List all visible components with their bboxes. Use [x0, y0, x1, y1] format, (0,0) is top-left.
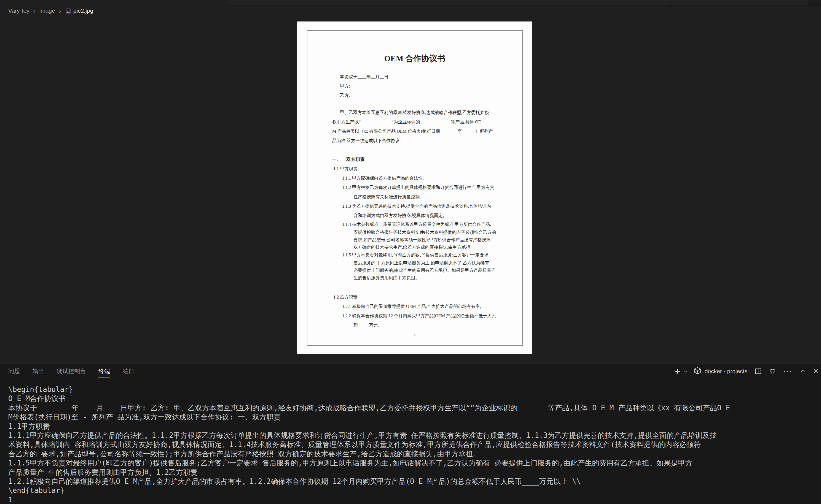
- launch-profile-dropdown-button[interactable]: [683, 369, 688, 374]
- document-line-text: 应提供检验合格报告等技术资料文件(技术资料提供的内容必须符合乙方的: [353, 230, 496, 235]
- maximize-panel-button[interactable]: [800, 368, 806, 374]
- editor-tab-strip[interactable]: [0, 0, 821, 6]
- document-line: 甲方:: [307, 82, 522, 91]
- document-line-text: 甲、乙双方本着互惠互利的原则,经友好协商,达成战略合作联盟,乙方委托并授: [340, 110, 489, 115]
- terminal-output[interactable]: \begin{tabular} O E M合作协议书 本协议于________年…: [0, 380, 821, 504]
- terminal-line: 本协议于________年____月____日甲方: 乙方: 甲、乙双方本着互惠…: [8, 403, 821, 413]
- terminal-line: 1.1甲方职责: [8, 422, 821, 431]
- document-line: OEM 合作协议书: [307, 52, 522, 64]
- panel-tab[interactable]: 终端: [98, 364, 110, 379]
- document-line: [307, 281, 522, 292]
- terminal-line: \begin{tabular}: [8, 385, 821, 394]
- document-page: OEM 合作协议书 本协议于____年__月__日 甲方: 乙方: 甲、乙双方本…: [307, 30, 523, 346]
- breadcrumb: Vary-toy › image › pic2.jpg: [0, 6, 821, 16]
- document-line-text: 权甲方生产以“______________”为企业标识的____________…: [332, 120, 481, 124]
- document-line-text: 1.1.3 为乙方提供完善的技术支持,提供全面的产品培训及技术资料,具体培训内: [342, 204, 491, 208]
- document-line-text: 任严格按照有关标准进行质量控制。: [353, 194, 424, 199]
- terminal-line: M价格表(执行日期)至_-_所列产 品为准,双方一致达成以下合作协议: 一、双方…: [8, 413, 821, 422]
- document-line-text: 1.1.1 甲方应确保向乙方提供产品的合法性。: [342, 176, 427, 180]
- panel-tab-label: 端口: [123, 367, 134, 375]
- split-panes-icon: [755, 368, 762, 375]
- document-line: 一、 双方职责: [307, 155, 522, 164]
- panel-tab-label: 输出: [33, 367, 44, 375]
- kill-terminal-button[interactable]: [769, 368, 776, 375]
- document-line: 要求,如产品型号,公司名称等须一致性);甲方所供合作产品没有严格按照: [307, 236, 522, 243]
- panel-tab-bar: 问题 输出 调试控制台 终端 端口: [8, 364, 147, 379]
- document-line-text: 必要提供上门服务的,由此产生的费用有乙方承担。如果是甲方产品质量产: [353, 268, 496, 273]
- document-line: 1.1.4 技术参数标准、质量管理体系以甲方质量文件为标准,甲方所供合作产品,: [307, 220, 522, 229]
- document-line-text: 1.1.4 技术参数标准、质量管理体系以甲方质量文件为标准,甲方所供合作产品,: [342, 222, 491, 227]
- document-line-text: 生的售后服务费用则由甲方负担。: [353, 275, 420, 280]
- svg-text:$_: $_: [695, 371, 698, 373]
- document-line: 必要提供上门服务的,由此产生的费用有乙方承担。如果是甲方产品质量产: [307, 267, 522, 274]
- inactive-tabs-zone[interactable]: [227, 0, 808, 6]
- document-line: [307, 145, 522, 155]
- tab-divider: [808, 0, 808, 6]
- document-line-text: 甲方:: [340, 84, 350, 88]
- breadcrumb-item-file[interactable]: pic2.jpg: [73, 7, 93, 14]
- document-line-text: 1.1.2 甲方根据乙方每次订单提出的具体规格要求和订货合同进行生产,甲方有责: [342, 185, 494, 190]
- breadcrumb-item-folder[interactable]: Vary-toy: [8, 7, 29, 14]
- document-line-text: 1.2.1 积极向自己的渠道推荐提供 OEM 产品,全力扩大产品的市场占有率。: [342, 304, 484, 309]
- terminal-line: 产品质量产 生的售后服务费用则由甲方负担。1.2乙方职责: [8, 468, 821, 477]
- document-line: M 产品种类以《xx 有限公司产品 OEM 价格表(执行日期________至_…: [307, 127, 522, 136]
- new-terminal-button[interactable]: +: [675, 367, 681, 375]
- split-terminal-button[interactable]: [755, 368, 762, 375]
- panel-tab-label: 终端: [98, 367, 110, 375]
- document-line-text: 1.1.5 甲方不负责对最终用户(即乙方的客户)提供售后服务;乙方客户一定要求: [342, 253, 488, 257]
- document-line: 本协议于____年__月__日: [307, 72, 522, 82]
- tab-divider: [577, 0, 578, 6]
- document-line: 任严格按照有关标准进行质量控制。: [307, 192, 522, 202]
- document-line: [307, 64, 522, 72]
- container-cube-icon: $_: [694, 367, 701, 376]
- document-line: 1: [307, 330, 522, 338]
- panel-actions: + $_ docker - projects: [675, 364, 821, 379]
- document-line: 1.1.2 甲方根据乙方每次订单提出的具体规格要求和订货合同进行生产,甲方有责: [307, 183, 522, 192]
- document-line-text: 1.2.2 确保本合作协议期 12 个月内购买甲方产品(OEM 产品)的总金额不…: [342, 313, 496, 318]
- document-line-text: 乙方:: [340, 93, 350, 98]
- close-panel-button[interactable]: ×: [813, 368, 818, 375]
- panel-tab[interactable]: 问题: [8, 364, 20, 379]
- document-line: 容和培训方式由双方友好协商,视具体情况而定。: [307, 211, 522, 220]
- breadcrumb-item-folder[interactable]: image: [39, 7, 55, 14]
- document-line-text: M 产品种类以《xx 有限公司产品 OEM 价格表(执行日期________至_…: [332, 129, 493, 134]
- trash-icon: [769, 368, 776, 375]
- chevron-right-icon: ›: [59, 8, 61, 14]
- document-line: 1.2 乙方职责: [307, 292, 522, 302]
- document-line: 1.1.1 甲方应确保向乙方提供产品的合法性。: [307, 174, 522, 183]
- chevron-right-icon: ›: [33, 8, 36, 14]
- chevron-down-icon: [683, 369, 688, 374]
- document-line-text: OEM 合作协议书: [384, 54, 445, 63]
- terminal-line: 1.1.5甲方不负责对最终用户(即乙方的客户)提供售后服务;乙方客户一定要求 售…: [8, 459, 821, 468]
- terminal-line: 合乙方的 要求,如产品型号,公司名称等须一致性);甲方所供合作产品没有严格按照 …: [8, 449, 821, 459]
- document-line-text: 币_____万元。: [353, 323, 382, 327]
- panel-tab[interactable]: 输出: [33, 364, 44, 379]
- document-line-text: 1.2 乙方职责: [333, 295, 358, 299]
- panel-tab-label: 问题: [8, 367, 20, 375]
- document-line: 1.2.1 积极向自己的渠道推荐提供 OEM 产品,全力扩大产品的市场占有率。: [307, 302, 522, 311]
- tab-divider: [356, 0, 356, 6]
- plus-icon: +: [675, 367, 681, 375]
- document-line-text: 双方确定的技术要求生产,给乙方造成的直接损失,由甲方承担.: [353, 245, 471, 250]
- preview-image[interactable]: OEM 合作协议书 本协议于____年__月__日 甲方: 乙方: 甲、乙双方本…: [297, 21, 532, 354]
- close-icon: ×: [813, 368, 818, 375]
- document-line-text: 要求,如产品型号,公司名称等须一致性);甲方所供合作产品没有严格按照: [353, 237, 491, 242]
- more-actions-button[interactable]: ···: [783, 368, 792, 374]
- terminal-line: \end{tabular}: [8, 486, 821, 495]
- terminal-profile-item[interactable]: $_ docker - projects: [694, 367, 747, 376]
- document-line: 应提供检验合格报告等技术资料文件(技术资料提供的内容必须符合乙方的: [307, 229, 522, 236]
- terminal-line: 术资料,具体培训内 容和培训方式由双方友好协商,视具体情况而定。1.1.4技术服…: [8, 440, 821, 449]
- document-line: 双方确定的技术要求生产,给乙方造成的直接损失,由甲方承担.: [307, 243, 522, 251]
- panel-tab[interactable]: 调试控制台: [57, 364, 86, 379]
- terminal-line: O E M合作协议书: [8, 394, 821, 403]
- tab-strip-empty-space: [808, 0, 821, 6]
- document-line: 乙方:: [307, 91, 522, 100]
- panel-tab[interactable]: 端口: [123, 364, 134, 379]
- terminal-profile-label: docker - projects: [705, 368, 747, 375]
- document-line: 甲、乙双方本着互惠互利的原则,经友好协商,达成战略合作联盟,乙方委托并授: [307, 108, 522, 117]
- document-line: 币_____万元。: [307, 321, 522, 330]
- document-line: 1.2.2 确保本合作协议期 12 个月内购买甲方产品(OEM 产品)的总金额不…: [307, 311, 522, 321]
- document-line-text: 1: [414, 332, 416, 336]
- document-line: 生的售后服务费用则由甲方负担。: [307, 274, 522, 281]
- document-line-text: 品为准,双方一致达成以下合作协议:: [332, 138, 401, 143]
